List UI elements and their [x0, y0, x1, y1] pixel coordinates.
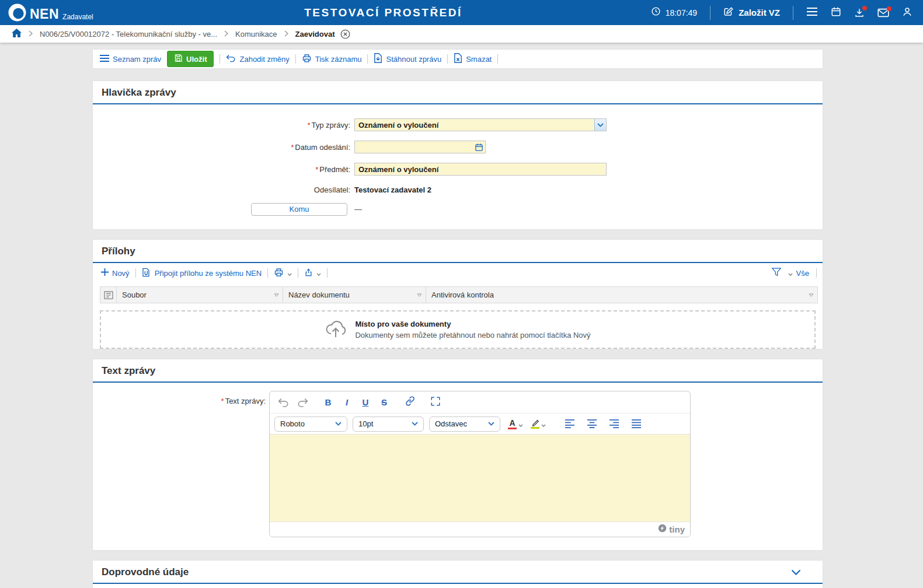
nen-logo-icon [8, 4, 26, 22]
typ-zpravy-label: *Typ zprávy: [93, 121, 354, 130]
column-header-soubor[interactable]: Soubor [117, 287, 283, 303]
align-justify-button[interactable] [627, 416, 646, 432]
tiny-logo-icon[interactable] [658, 524, 667, 535]
editor-content-area[interactable] [270, 434, 690, 522]
predmet-input[interactable]: Oznámení o vyloučení [354, 163, 607, 176]
new-attachment-button[interactable]: Nový [101, 268, 130, 278]
editor-toolbar-row1: B I U S [270, 391, 690, 413]
section-title-text: Hlavička zprávy [102, 87, 176, 99]
save-icon [174, 54, 183, 64]
filter-icon[interactable] [772, 268, 781, 278]
section-hlavicka-zpravy: Hlavička zprávy *Typ zprávy: Oznámení o … [93, 81, 823, 229]
filter-caret-icon[interactable] [270, 293, 279, 297]
filter-all-button[interactable]: Vše [788, 269, 809, 278]
breadcrumb-item-current: Zaevidovat [295, 30, 335, 38]
breadcrumb-item-komunikace[interactable]: Komunikace [235, 30, 277, 38]
print-record-button[interactable]: Tisk záznamu [302, 54, 362, 65]
discard-label: Zahodit změny [239, 55, 289, 64]
align-center-button[interactable] [583, 416, 601, 432]
document-delete-icon [454, 53, 462, 65]
section-title-text: Text zprávy [102, 365, 155, 377]
message-list-button[interactable]: Seznam zpráv [100, 55, 161, 64]
separator [710, 6, 710, 20]
align-left-button[interactable] [560, 416, 579, 432]
filter-caret-icon[interactable] [805, 293, 814, 297]
print-attachments-button[interactable] [274, 268, 292, 279]
download-icon [854, 8, 865, 18]
datum-odeslani-input[interactable] [354, 141, 486, 153]
hlavicka-form: *Typ zprávy: Oznámení o vyloučení *Datum… [93, 104, 823, 229]
section-prilohy: Přílohy Nový Připojit přílohu ze systému… [93, 240, 823, 349]
block-format-select[interactable]: Odstavec [429, 416, 500, 432]
text-color-button[interactable]: A [508, 419, 523, 429]
predmet-value: Oznámení o vyloučení [358, 165, 438, 174]
download-message-button[interactable]: Stáhnout zprávu [374, 53, 441, 65]
save-button[interactable]: Uložit [167, 51, 214, 67]
messages-button[interactable] [877, 8, 889, 18]
expand-section-chevron-icon[interactable] [791, 569, 801, 575]
highlight-color-button[interactable] [531, 419, 546, 429]
font-size-select[interactable]: 10pt [353, 416, 424, 432]
breadcrumb: N006/25/V00012072 - Telekomunikační služ… [0, 25, 923, 43]
required-marker: * [221, 397, 224, 405]
typ-zpravy-select[interactable]: Oznámení o vyloučení [354, 118, 607, 131]
tiny-brand-label[interactable]: tiny [669, 524, 685, 534]
logo-subtitle: Zadavatel [62, 13, 93, 21]
mail-icon [877, 8, 889, 18]
editor-strikethrough-button[interactable]: S [375, 394, 393, 411]
attach-document-icon [142, 268, 151, 279]
home-icon[interactable] [12, 29, 22, 39]
breadcrumb-item-contract[interactable]: N006/25/V00012072 - Telekomunikační služ… [40, 30, 217, 38]
font-family-value: Roboto [280, 419, 305, 428]
downloads-button[interactable] [854, 8, 865, 18]
nen-logo[interactable]: NEN Zadavatel [0, 4, 93, 22]
discard-changes-button[interactable]: Zahodit změny [226, 54, 289, 64]
dropzone-text: Místo pro vaše dokumenty Dokumenty sem m… [355, 320, 590, 340]
undo-icon [226, 54, 236, 64]
caret-down-icon [788, 269, 793, 278]
calendar-button[interactable] [831, 6, 841, 19]
align-right-button[interactable] [605, 416, 624, 432]
printer-icon [302, 54, 312, 65]
user-profile-button[interactable] [902, 6, 912, 19]
field-row-datum-odeslani: *Datum odeslání: [93, 136, 823, 158]
editor-fullscreen-button[interactable] [426, 394, 445, 411]
field-row-komu: Komu — [93, 200, 823, 219]
chevron-down-icon [412, 422, 418, 426]
save-label: Uložit [186, 55, 207, 64]
font-family-select[interactable]: Roboto [274, 416, 347, 432]
required-marker: * [291, 143, 294, 152]
editor-italic-button[interactable]: I [337, 394, 356, 411]
file-dropzone[interactable]: Místo pro vaše dokumenty Dokumenty sem m… [100, 310, 816, 349]
attach-from-nen-button[interactable]: Připojit přílohu ze systému NEN [142, 268, 262, 279]
user-icon [902, 6, 912, 19]
close-tab-icon[interactable] [340, 29, 350, 39]
logo-text: NEN [30, 6, 59, 22]
dropdown-chevron-icon[interactable] [594, 119, 606, 131]
menu-button[interactable] [806, 7, 818, 19]
download-label: Stáhnout zprávu [386, 55, 441, 64]
editor-redo-button[interactable] [293, 394, 312, 411]
editor-bold-button[interactable]: B [319, 394, 337, 411]
attachments-table-header: Soubor Název dokumentu Antivirová kontro… [100, 286, 818, 303]
italic-icon: I [346, 397, 348, 407]
editor-undo-button[interactable] [274, 394, 293, 411]
delete-button[interactable]: Smazat [454, 53, 492, 65]
export-attachments-button[interactable] [304, 268, 321, 279]
environment-title: TESTOVACÍ PROSTŘEDÍ [304, 6, 462, 19]
odesilatel-label: Odesílatel: [93, 186, 354, 194]
printer-icon [274, 268, 284, 279]
column-header-nazev-dokumentu[interactable]: Název dokumentu [283, 287, 426, 303]
dropzone-title: Místo pro vaše dokumenty [355, 320, 590, 328]
editor-link-button[interactable] [400, 394, 419, 411]
separator [135, 268, 136, 278]
column-settings-icon[interactable] [100, 287, 117, 303]
filter-caret-icon[interactable] [413, 293, 422, 297]
datepicker-calendar-icon[interactable] [475, 143, 483, 152]
editor-underline-button[interactable]: U [356, 394, 375, 411]
create-vz-button[interactable]: Založit VZ [723, 6, 780, 19]
komu-button[interactable]: Komu [251, 203, 347, 216]
caret-down-icon [541, 419, 546, 429]
column-header-antivirova-kontrola[interactable]: Antivirová kontrola [426, 287, 817, 303]
session-clock: 18:07:49 [651, 6, 698, 19]
